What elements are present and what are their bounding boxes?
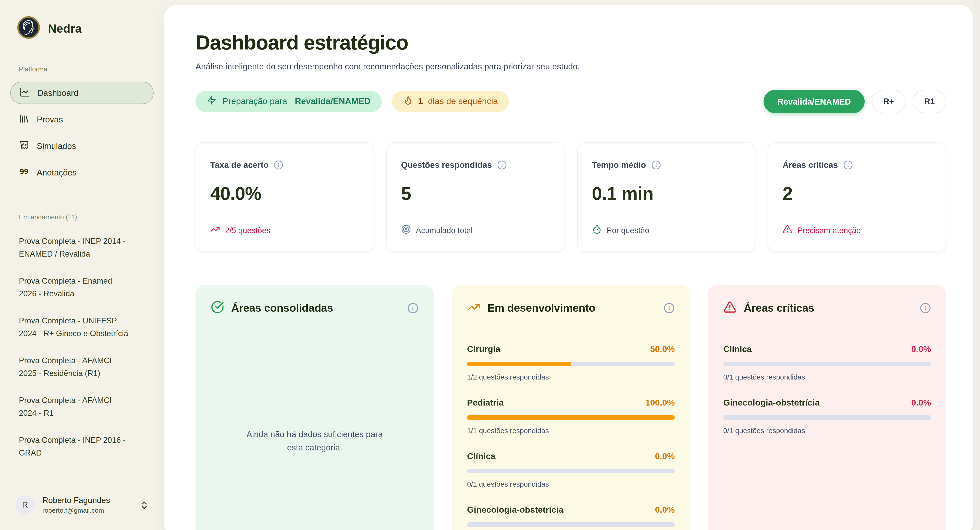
streak-count: 1: [418, 97, 423, 106]
filter-revalida-enamed-button[interactable]: Revalida/ENAMED: [764, 90, 865, 113]
stat-card-taxa-de-acerto: Taxa de acerto 40.0% 2/5 questões: [196, 142, 374, 252]
svg-text:A+: A+: [22, 142, 27, 146]
alert-triangle-icon: [783, 224, 792, 236]
area-percent: 50.0%: [650, 344, 675, 354]
area-name: Clínica: [467, 451, 496, 462]
sidebar-item-simulados[interactable]: A+ Simulados: [10, 135, 154, 157]
progress-item: Clínica 0.0% 0/1 questões respondidas: [723, 344, 931, 382]
in-progress-label: Em andamento (11): [19, 213, 77, 221]
sidebar-item-label: Simulados: [37, 141, 76, 151]
stat-value: 2: [783, 183, 932, 205]
filter-r1-button[interactable]: R1: [913, 90, 946, 113]
progress-item: Clínica 0.0% 0/1 questões respondidas: [467, 451, 675, 489]
stat-card-questoes-respondidas: Questões respondidas 5 Acumulado total: [387, 142, 565, 252]
category-panels: Áreas consolidadas Ainda não há dados su…: [196, 285, 946, 530]
panel-areas-consolidadas: Áreas consolidadas Ainda não há dados su…: [196, 285, 434, 530]
stats-row: Taxa de acerto 40.0% 2/5 questões: [196, 142, 946, 252]
area-sub: 1/1 questões respondidas: [467, 427, 675, 435]
user-name: Roberto Fagundes: [42, 496, 110, 505]
chevrons-up-down-icon: [139, 500, 149, 510]
sidebar-item-anotacoes[interactable]: 99 Anotações: [10, 161, 154, 184]
sidebar-item-label: Dashboard: [37, 88, 78, 98]
area-name: Clínica: [723, 344, 752, 354]
list-item[interactable]: Prova Completa - UNIFESP 2024 - R+ Ginec…: [19, 314, 130, 340]
target-icon: [401, 224, 411, 236]
stat-card-tempo-medio: Tempo médio 0.1 min Por questão: [577, 142, 756, 252]
progress-bar: [467, 522, 675, 527]
progress-item: Ginecologia-obstetrícia 0.0% 0/1 questõe…: [723, 398, 931, 435]
timer-icon: [592, 224, 601, 236]
info-icon[interactable]: [497, 160, 507, 170]
area-name: Cirurgia: [467, 344, 500, 354]
exam-grade-icon: A+: [19, 140, 30, 152]
user-meta: Roberto Fagundes roberto.f@gmail.com: [42, 496, 110, 514]
avatar: R: [15, 495, 35, 515]
info-icon[interactable]: [843, 160, 853, 170]
list-item[interactable]: Prova Completa - AFAMCI 2024 - R1: [19, 394, 130, 419]
list-item[interactable]: Prova Completa - AFAMCI 2025 - Residênci…: [19, 354, 130, 379]
list-item[interactable]: Prova Completa - INEP 2014 - ENAMED / Re…: [19, 235, 130, 260]
stat-card-areas-criticas: Áreas críticas 2 Precisam atenção: [768, 142, 947, 252]
area-sub: 0/1 questões respondidas: [467, 480, 675, 489]
header-toolbar: Preparação para Revalida/ENAMED 1 dias d…: [196, 90, 946, 113]
progress-item: Cirurgia 50.0% 1/2 questões respondidas: [467, 344, 675, 382]
prep-badge-prefix: Preparação para: [223, 97, 287, 106]
page-subtitle: Análise inteligente do seu desempenho co…: [196, 61, 946, 71]
circle-check-icon: [211, 300, 224, 316]
list-item[interactable]: Prova Completa - INEP 2016 - GRAD: [19, 433, 130, 459]
progress-bar: [467, 415, 675, 420]
sidebar-item-label: Provas: [37, 114, 63, 124]
area-percent: 100.0%: [646, 398, 675, 408]
info-icon[interactable]: [651, 160, 661, 170]
trending-up-icon: [467, 300, 480, 316]
trending-up-icon: [210, 224, 220, 236]
zap-icon: [207, 95, 216, 108]
brand: Nedra: [17, 16, 82, 41]
info-icon[interactable]: [920, 303, 931, 314]
exam-filters: Revalida/ENAMED R+ R1: [764, 90, 946, 113]
area-name: Ginecologia-obstetrícia: [723, 398, 820, 408]
user-menu[interactable]: R Roberto Fagundes roberto.f@gmail.com: [15, 495, 149, 515]
brand-name: Nedra: [48, 22, 82, 35]
stat-footer-text: 2/5 questões: [225, 226, 270, 235]
area-percent: 0.0%: [655, 505, 675, 515]
area-sub: 0/1 questões respondidas: [723, 373, 931, 382]
stat-footer-text: Precisam atenção: [797, 226, 861, 235]
empty-state-text: Ainda não há dados suficientes para esta…: [211, 316, 418, 530]
svg-text:99: 99: [20, 167, 28, 175]
sidebar-item-provas[interactable]: Provas: [10, 108, 154, 130]
progress-item: Pediatria 100.0% 1/1 questões respondida…: [467, 398, 675, 435]
sidebar: Nedra Platforma Dashboard Provas: [0, 0, 164, 530]
user-email: roberto.f@gmail.com: [42, 506, 110, 514]
info-icon[interactable]: [407, 303, 418, 314]
area-sub: 0/1 questões respondidas: [723, 427, 931, 435]
alert-triangle-icon: [723, 300, 737, 316]
stat-footer-text: Acumulado total: [416, 226, 473, 235]
stat-label: Questões respondidas: [401, 160, 492, 170]
stat-label: Taxa de acerto: [210, 160, 269, 170]
sidebar-section-label: Platforma: [19, 65, 47, 73]
info-icon[interactable]: [663, 303, 675, 314]
scrollbar[interactable]: [974, 0, 980, 530]
area-sub: 1/2 questões respondidas: [467, 373, 675, 382]
sidebar-item-label: Anotações: [37, 168, 76, 177]
filter-r-plus-button[interactable]: R+: [872, 90, 905, 113]
area-percent: 0.0%: [655, 451, 675, 462]
dashboard-page: Nedra Platforma Dashboard Provas: [0, 0, 980, 530]
stat-value: 0.1 min: [592, 183, 741, 205]
nedra-logo-icon: [17, 16, 40, 41]
streak-badge: 1 dias de sequência: [392, 91, 509, 112]
sidebar-item-dashboard[interactable]: Dashboard: [10, 82, 154, 104]
stat-value: 5: [401, 183, 550, 205]
panel-areas-criticas: Áreas críticas Clínica 0.0% 0/1 q: [708, 285, 946, 530]
quote-icon: 99: [19, 166, 30, 179]
main-content: Dashboard estratégico Análise inteligent…: [164, 5, 973, 530]
library-icon: [19, 113, 30, 126]
prep-badge-value: Revalida/ENAMED: [295, 97, 371, 106]
stat-footer-text: Por questão: [607, 226, 649, 235]
chart-line-icon: [19, 86, 30, 99]
list-item[interactable]: Prova Completa - Enamed 2026 - Revalida: [19, 275, 130, 300]
info-icon[interactable]: [274, 160, 283, 170]
streak-label: dias de sequência: [428, 97, 498, 106]
in-progress-list: Prova Completa - INEP 2014 - ENAMED / Re…: [19, 235, 130, 459]
